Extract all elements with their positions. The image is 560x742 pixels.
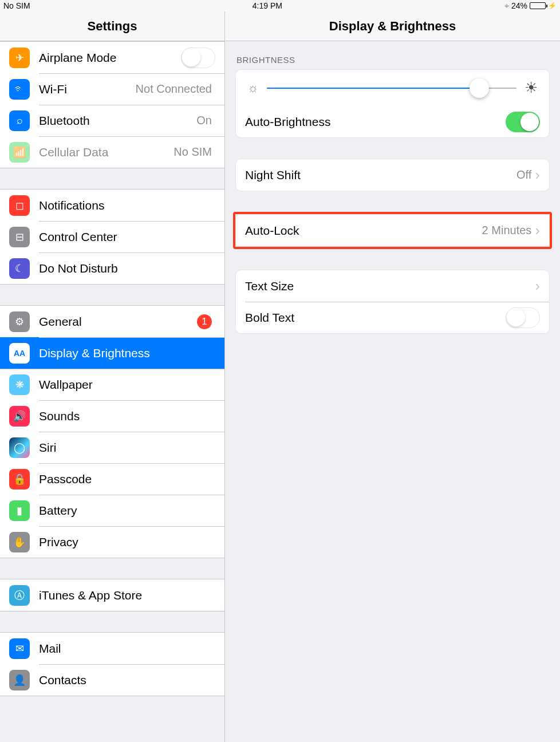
sidebar-group: ✈Airplane ModeᯤWi-FiNot Connected⌕Blueto… bbox=[0, 41, 224, 168]
auto-brightness-row: Auto-Brightness bbox=[236, 106, 549, 137]
chevron-right-icon: › bbox=[535, 277, 540, 295]
text-group: Text Size › Bold Text bbox=[235, 270, 550, 334]
night-shift-label: Night Shift bbox=[245, 168, 516, 182]
detail-pane: Display & Brightness BRIGHTNESS ☼ ☀ Auto… bbox=[225, 11, 560, 742]
charging-icon: ⚡ bbox=[548, 2, 557, 10]
sidebar-item-label: Battery bbox=[39, 504, 215, 518]
settings-sidebar: Settings ✈Airplane ModeᯤWi-FiNot Connect… bbox=[0, 11, 225, 742]
sidebar-item-label: iTunes & App Store bbox=[39, 589, 215, 602]
sidebar-item-airplane-mode: ✈Airplane Mode bbox=[0, 42, 224, 73]
status-sim: No SIM bbox=[3, 1, 30, 10]
sidebar-item-badge: 1 bbox=[197, 314, 212, 329]
sidebar-item-label: General bbox=[39, 315, 197, 329]
sidebar-item-label: Mail bbox=[39, 642, 215, 656]
contacts-icon: 👤 bbox=[9, 670, 30, 690]
auto-lock-row[interactable]: Auto-Lock 2 Minutes › bbox=[236, 215, 549, 246]
sidebar-item-control-center[interactable]: ⊟Control Center bbox=[0, 221, 224, 252]
night-shift-group: Night Shift Off › bbox=[235, 159, 550, 191]
bold-text-label: Bold Text bbox=[245, 311, 506, 325]
siri-icon: ◯ bbox=[9, 437, 30, 458]
sidebar-item-notifications[interactable]: ◻Notifications bbox=[0, 190, 224, 221]
sidebar-item-label: Passcode bbox=[39, 472, 215, 486]
mail-icon: ✉ bbox=[9, 638, 30, 659]
airplane-icon: ✈ bbox=[9, 48, 30, 68]
sidebar-item-value: Not Connected bbox=[136, 82, 212, 96]
bold-text-switch[interactable] bbox=[506, 307, 540, 328]
sidebar-item-battery[interactable]: ▮Battery bbox=[0, 495, 224, 526]
sidebar-item-general[interactable]: ⚙General1 bbox=[0, 306, 224, 337]
sidebar-group: ✉Mail👤Contacts bbox=[0, 632, 224, 696]
sidebar-item-bluetooth[interactable]: ⌕BluetoothOn bbox=[0, 105, 224, 136]
battery-percent: 24% bbox=[511, 1, 527, 10]
auto-lock-value: 2 Minutes bbox=[482, 224, 532, 237]
battery-icon: ▮ bbox=[9, 500, 30, 521]
passcode-icon: 🔒 bbox=[9, 469, 30, 490]
night-shift-value: Off bbox=[516, 168, 531, 181]
text-size-label: Text Size bbox=[245, 279, 535, 293]
privacy-icon: ✋ bbox=[9, 532, 30, 552]
brightness-slider[interactable] bbox=[267, 88, 516, 89]
bluetooth-status-icon: ⌖ bbox=[504, 1, 509, 11]
bold-text-row: Bold Text bbox=[236, 302, 549, 333]
wallpaper-icon: ❋ bbox=[9, 374, 30, 395]
sidebar-item-do-not-disturb[interactable]: ☾Do Not Disturb bbox=[0, 252, 224, 284]
dnd-moon-icon: ☾ bbox=[9, 258, 30, 279]
auto-brightness-label: Auto-Brightness bbox=[245, 115, 506, 129]
sidebar-group: ⚙General1AADisplay & Brightness❋Wallpape… bbox=[0, 305, 224, 558]
sidebar-item-siri[interactable]: ◯Siri bbox=[0, 432, 224, 463]
sidebar-item-label: Wallpaper bbox=[39, 378, 215, 392]
display-brightness-icon: AA bbox=[9, 343, 30, 364]
notifications-icon: ◻ bbox=[9, 195, 30, 216]
auto-lock-highlight: Auto-Lock 2 Minutes › bbox=[233, 212, 552, 249]
sidebar-item-label: Notifications bbox=[39, 199, 215, 212]
sidebar-item-wi-fi[interactable]: ᯤWi-FiNot Connected bbox=[0, 73, 224, 105]
sidebar-item-label: Display & Brightness bbox=[39, 346, 215, 360]
status-right: ⌖ 24% ⚡ bbox=[504, 1, 557, 11]
cellular-icon: 📶 bbox=[9, 142, 30, 163]
wifi-icon: ᯤ bbox=[9, 79, 30, 100]
sidebar-item-display-brightness[interactable]: AADisplay & Brightness bbox=[0, 337, 224, 369]
brightness-low-icon: ☼ bbox=[247, 81, 259, 96]
sidebar-title: Settings bbox=[0, 11, 224, 41]
brightness-header: BRIGHTNESS bbox=[225, 41, 560, 69]
sidebar-item-label: Sounds bbox=[39, 409, 215, 423]
sidebar-item-label: Privacy bbox=[39, 535, 215, 549]
sidebar-item-passcode[interactable]: 🔒Passcode bbox=[0, 463, 224, 495]
sidebar-list[interactable]: ✈Airplane ModeᯤWi-FiNot Connected⌕Blueto… bbox=[0, 41, 224, 742]
gear-icon: ⚙ bbox=[9, 311, 30, 332]
sidebar-item-value: No SIM bbox=[173, 145, 212, 159]
sidebar-item-privacy[interactable]: ✋Privacy bbox=[0, 526, 224, 558]
auto-lock-group: Auto-Lock 2 Minutes › bbox=[235, 214, 550, 247]
sounds-icon: 🔊 bbox=[9, 406, 30, 427]
auto-brightness-switch[interactable] bbox=[506, 112, 540, 132]
sidebar-group: ◻Notifications⊟Control Center☾Do Not Dis… bbox=[0, 189, 224, 285]
sidebar-item-mail[interactable]: ✉Mail bbox=[0, 633, 224, 664]
chevron-right-icon: › bbox=[535, 222, 540, 239]
sidebar-item-label: Siri bbox=[39, 441, 215, 455]
sidebar-item-switch[interactable] bbox=[181, 48, 215, 68]
brightness-high-icon: ☀ bbox=[524, 79, 538, 97]
control-center-icon: ⊟ bbox=[9, 227, 30, 247]
sidebar-item-wallpaper[interactable]: ❋Wallpaper bbox=[0, 369, 224, 400]
sidebar-item-label: Control Center bbox=[39, 230, 215, 244]
sidebar-item-sounds[interactable]: 🔊Sounds bbox=[0, 400, 224, 432]
brightness-slider-row: ☼ ☀ bbox=[236, 70, 549, 106]
sidebar-item-label: Wi-Fi bbox=[39, 82, 136, 96]
text-size-row[interactable]: Text Size › bbox=[236, 270, 549, 302]
sidebar-item-label: Do Not Disturb bbox=[39, 262, 215, 275]
status-bar: No SIM 4:19 PM ⌖ 24% ⚡ bbox=[0, 0, 560, 11]
sidebar-item-contacts[interactable]: 👤Contacts bbox=[0, 664, 224, 696]
sidebar-item-itunes-app-store[interactable]: ⒶiTunes & App Store bbox=[0, 579, 224, 611]
sidebar-group: ⒶiTunes & App Store bbox=[0, 579, 224, 611]
sidebar-item-label: Airplane Mode bbox=[39, 51, 181, 65]
appstore-icon: Ⓐ bbox=[9, 585, 30, 606]
sidebar-item-value: On bbox=[196, 114, 212, 127]
sidebar-item-label: Bluetooth bbox=[39, 114, 196, 128]
sidebar-item-cellular-data[interactable]: 📶Cellular DataNo SIM bbox=[0, 136, 224, 168]
brightness-group: ☼ ☀ Auto-Brightness bbox=[235, 69, 550, 138]
status-time: 4:19 PM bbox=[30, 1, 504, 10]
battery-icon bbox=[530, 2, 546, 9]
sidebar-item-label: Contacts bbox=[39, 673, 215, 687]
sidebar-item-label: Cellular Data bbox=[39, 145, 173, 159]
night-shift-row[interactable]: Night Shift Off › bbox=[236, 159, 549, 191]
